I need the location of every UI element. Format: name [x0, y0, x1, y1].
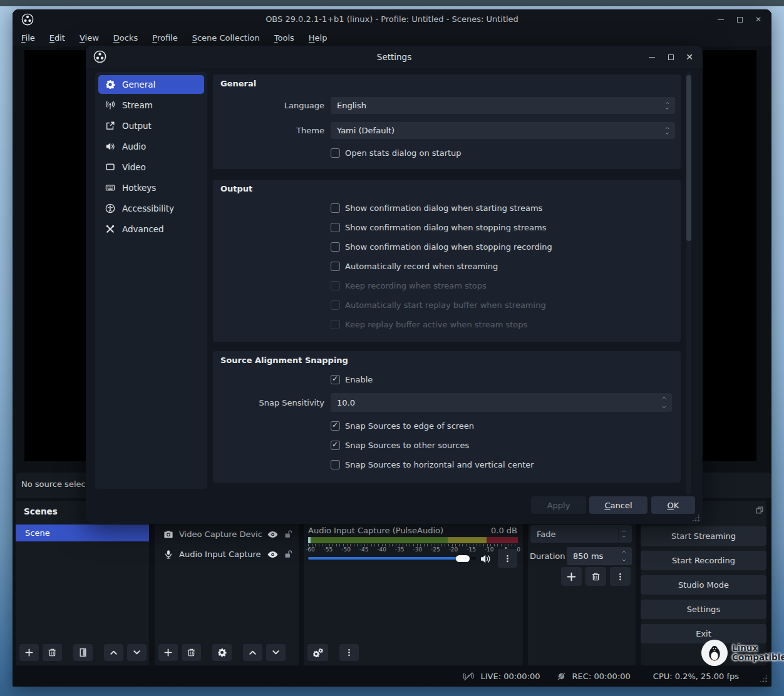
transitions-toolbar — [561, 567, 631, 586]
meter-tick-labels: -60-55-50-45-40-35-30-25-20-15-10-50 — [306, 546, 520, 553]
checkbox[interactable] — [331, 203, 340, 213]
control-button[interactable]: Settings — [641, 600, 766, 619]
menu-item[interactable]: File — [19, 32, 38, 44]
menu-item[interactable]: Profile — [150, 32, 180, 44]
sidebar-item-general[interactable]: General — [98, 75, 204, 94]
lock-icon[interactable] — [284, 550, 293, 559]
volume-slider[interactable] — [308, 557, 458, 560]
checkbox[interactable] — [331, 262, 340, 271]
sidebar-item-stream[interactable]: Stream — [98, 96, 204, 115]
dialog-resize-grip[interactable] — [691, 513, 700, 522]
checkbox-label: Open stats dialog on startup — [345, 148, 462, 158]
scrollbar-thumb[interactable] — [686, 75, 691, 241]
transition-select[interactable]: Fade — [530, 525, 632, 543]
theme-select[interactable]: Yami (Default) — [331, 122, 675, 139]
ok-button[interactable]: OK — [651, 496, 695, 514]
sidebar-item-output[interactable]: Output — [98, 116, 204, 135]
control-button[interactable]: Start Recording — [641, 551, 766, 570]
mixer-menu-button[interactable] — [339, 644, 359, 661]
source-list-item[interactable]: Audio Input Capture ( — [155, 546, 299, 563]
live-time: LIVE: 00:00:00 — [480, 672, 540, 681]
controls-dock-header — [698, 473, 771, 498]
tick-label: -45 — [359, 546, 369, 553]
sidebar-item-hotkeys[interactable]: Hotkeys — [98, 178, 204, 197]
control-button[interactable]: Start Streaming — [641, 526, 766, 546]
minimize-button[interactable] — [647, 53, 656, 61]
checkbox[interactable] — [331, 421, 340, 431]
remove-transition-button[interactable] — [585, 567, 606, 586]
eye-icon[interactable] — [267, 551, 278, 558]
checkbox[interactable] — [331, 242, 340, 252]
close-button[interactable]: ✕ — [685, 53, 694, 61]
apply-button[interactable]: Apply — [531, 496, 586, 514]
main-titlebar[interactable]: OBS 29.0.2.1-1+b1 (linux) - Profile: Unt… — [13, 9, 771, 29]
checkbox[interactable] — [331, 148, 340, 158]
cancel-button[interactable]: Cancel — [589, 496, 647, 514]
sidebar-item-audio[interactable]: Audio — [98, 137, 204, 156]
menu-item[interactable]: Tools — [272, 32, 297, 44]
transition-menu-button[interactable] — [610, 567, 631, 586]
language-label: Language — [213, 101, 324, 110]
duration-spinbox[interactable]: 850 ms — [567, 547, 632, 565]
menu-item[interactable]: Help — [306, 32, 330, 44]
checkbox[interactable] — [331, 320, 340, 329]
scene-list-item[interactable]: Scene — [16, 525, 149, 541]
sidebar-item-label: Advanced — [122, 224, 164, 234]
checkbox[interactable] — [331, 223, 340, 232]
scene-filters-button[interactable] — [73, 644, 93, 661]
tools-icon — [105, 224, 115, 234]
settings-titlebar[interactable]: Settings ✕ — [86, 46, 703, 68]
sidebar-item-advanced[interactable]: Advanced — [98, 220, 204, 238]
checkbox[interactable] — [331, 441, 340, 450]
add-scene-button[interactable] — [19, 644, 39, 661]
remove-source-button[interactable] — [182, 644, 201, 661]
snap-center-row: Snap Sources to horizontal and vertical … — [331, 459, 534, 469]
control-button[interactable]: Studio Mode — [641, 575, 766, 595]
sidebar-item-label: General — [122, 79, 155, 90]
checkbox[interactable] — [331, 460, 340, 469]
source-properties-button[interactable] — [212, 644, 232, 661]
menu-item[interactable]: View — [77, 32, 101, 44]
snap-sensitivity-spinbox[interactable]: 10.0 — [331, 393, 672, 412]
source-move-up-button[interactable] — [243, 644, 262, 661]
eye-icon[interactable] — [267, 531, 278, 538]
volume-slider-handle[interactable] — [456, 555, 470, 562]
checkbox[interactable] — [331, 375, 340, 384]
enable-row: Enable — [331, 374, 373, 384]
theme-label: Theme — [213, 126, 324, 135]
checkbox[interactable] — [331, 300, 340, 310]
mixer-toolbar — [307, 644, 359, 661]
add-transition-button[interactable] — [561, 567, 582, 586]
mixer-item-menu-button[interactable] — [498, 549, 517, 568]
sidebar-item-video[interactable]: Video — [98, 158, 204, 177]
scene-move-up-button[interactable] — [104, 644, 123, 661]
add-source-button[interactable] — [158, 644, 178, 661]
checkbox-row: Show confirmation dialog when stopping r… — [331, 242, 552, 252]
lock-icon[interactable] — [284, 530, 293, 539]
minimize-button[interactable] — [716, 15, 725, 24]
language-select[interactable]: English — [331, 97, 675, 114]
maximize-button[interactable] — [735, 15, 744, 24]
scene-transitions-dock: Fade Duration 850 ms — [528, 501, 636, 665]
mixer-db-value: 0.0 dB — [491, 526, 517, 535]
menu-item[interactable]: Edit — [47, 32, 68, 44]
menu-item[interactable]: Docks — [111, 32, 140, 44]
sources-toolbar — [158, 644, 286, 661]
mixer-source-name: Audio Input Capture (PulseAudio) — [308, 526, 443, 535]
language-value: English — [337, 101, 366, 110]
maximize-button[interactable] — [666, 53, 675, 61]
mute-speaker-icon[interactable] — [480, 553, 491, 565]
dock-float-icon[interactable] — [755, 506, 764, 514]
settings-scrollbar — [686, 72, 691, 495]
menu-item[interactable]: Scene Collection — [190, 32, 262, 44]
close-button[interactable]: ✕ — [754, 15, 763, 24]
status-bar: LIVE: 00:00:00 REC: 00:00:00 CPU: 0.2%, … — [13, 666, 771, 687]
sidebar-item-accessibility[interactable]: Accessibility — [98, 199, 204, 218]
checkbox[interactable] — [331, 281, 340, 290]
scene-move-down-button[interactable] — [127, 644, 147, 661]
remove-scene-button[interactable] — [43, 644, 62, 661]
source-move-down-button[interactable] — [266, 644, 286, 661]
advanced-audio-properties-button[interactable] — [307, 644, 328, 661]
no-source-label: No source selecte — [21, 479, 94, 489]
source-list-item[interactable]: Video Capture Device — [155, 526, 299, 543]
